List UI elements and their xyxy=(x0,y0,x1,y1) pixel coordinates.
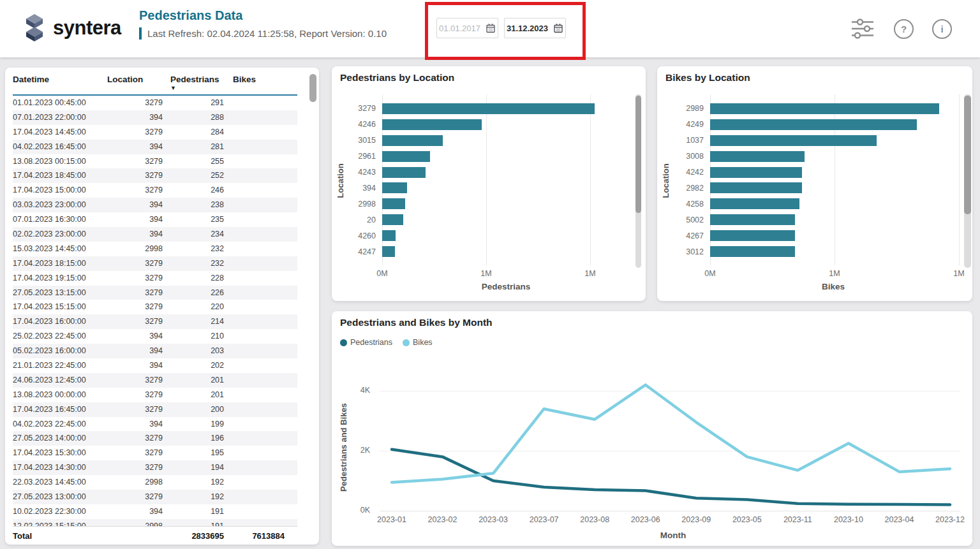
bar[interactable] xyxy=(710,135,877,146)
table-cell: 10.02.2023 22:30:00 xyxy=(13,504,107,519)
bar-row: 4260 xyxy=(340,228,396,244)
table-cell: 3279 xyxy=(107,402,170,417)
bar[interactable] xyxy=(382,182,407,193)
legend-dot xyxy=(340,339,347,346)
bar[interactable] xyxy=(710,151,805,162)
table-row[interactable]: 17.04.2023 16:00:003279214 xyxy=(13,314,297,329)
table-cell xyxy=(233,314,297,329)
chart-scrollbar-thumb[interactable] xyxy=(635,96,641,213)
bar[interactable] xyxy=(382,135,443,146)
bar[interactable] xyxy=(382,167,426,178)
table-row[interactable]: 17.04.2023 19:15:003279228 xyxy=(13,271,297,286)
legend-item-pedestrians[interactable]: Pedestrians xyxy=(340,338,392,347)
table-row[interactable]: 17.04.2023 14:45:003279284 xyxy=(13,125,297,140)
table-row[interactable]: 07.01.2023 22:00:00394288 xyxy=(13,110,297,125)
table-row[interactable]: 05.02.2023 16:00:00394203 xyxy=(13,344,297,358)
table-cell xyxy=(233,460,297,475)
x-tick-label: 1M xyxy=(577,269,603,278)
table-row[interactable]: 13.08.2023 00:00:003279201 xyxy=(13,388,297,402)
table-cell: 3279 xyxy=(107,256,170,271)
table-row[interactable]: 13.08.2023 00:15:003279255 xyxy=(13,154,297,169)
series-line-pedestrians[interactable] xyxy=(392,450,950,505)
table-scrollbar-thumb[interactable] xyxy=(309,74,316,102)
chart-scrollbar-thumb[interactable] xyxy=(964,96,971,214)
table-cell: 394 xyxy=(107,417,170,432)
bar[interactable] xyxy=(710,167,802,178)
table-row[interactable]: 17.04.2023 18:45:003279252 xyxy=(13,168,297,183)
bar[interactable] xyxy=(710,119,917,130)
info-icon[interactable]: i xyxy=(932,19,952,39)
table-row[interactable]: 17.04.2023 18:15:003279232 xyxy=(13,256,297,271)
table-row[interactable]: 17.04.2023 15:30:003279195 xyxy=(13,446,297,460)
table-row[interactable]: 21.01.2023 22:45:00394202 xyxy=(13,358,297,373)
table-row[interactable]: 03.03.2023 23:00:00394238 xyxy=(13,198,297,212)
table-row[interactable]: 15.03.2023 14:45:002998232 xyxy=(13,242,297,256)
table-row[interactable]: 27.05.2023 14:00:003279196 xyxy=(13,431,297,446)
legend-item-bikes[interactable]: Bikes xyxy=(403,338,433,347)
table-cell: 394 xyxy=(107,344,170,358)
table-row[interactable]: 17.04.2023 14:30:003279194 xyxy=(13,460,297,475)
bar[interactable] xyxy=(382,119,482,130)
table-row[interactable]: 07.01.2023 16:30:00394235 xyxy=(13,212,297,227)
bar-row: 3012 xyxy=(665,244,795,260)
table-row[interactable]: 10.02.2023 22:30:00394191 xyxy=(13,504,297,519)
table-row[interactable]: 02.02.2023 23:00:00394234 xyxy=(13,227,297,242)
help-icon[interactable]: ? xyxy=(894,19,914,39)
column-header-datetime[interactable]: Datetime xyxy=(13,75,107,96)
table-row[interactable]: 25.02.2023 22:45:00394210 xyxy=(13,329,297,344)
table-cell: 3279 xyxy=(107,300,170,314)
refresh-subtitle: Last Refresh: 02.04.2024 11:25:58, Repor… xyxy=(139,27,387,40)
table-cell: 03.03.2023 23:00:00 xyxy=(13,198,107,212)
column-header-bikes[interactable]: Bikes xyxy=(233,75,319,96)
table-row[interactable]: 17.04.2023 16:45:003279200 xyxy=(13,402,297,417)
legend-label: Pedestrians xyxy=(350,338,392,347)
bar[interactable] xyxy=(382,151,430,162)
bar[interactable] xyxy=(710,198,799,209)
table-row[interactable]: 04.02.2023 22:45:00394199 xyxy=(13,417,297,432)
table-cell: 232 xyxy=(170,256,233,271)
bar[interactable] xyxy=(710,214,795,225)
category-label: 20 xyxy=(340,216,376,224)
bar[interactable] xyxy=(710,182,802,193)
table-row[interactable]: 27.05.2023 13:15:003279226 xyxy=(13,286,297,300)
bar-row: 2961 xyxy=(340,149,430,165)
x-axis-title: Bikes xyxy=(712,282,954,291)
bar-row: 1037 xyxy=(665,133,877,149)
column-header-location[interactable]: Location xyxy=(107,75,170,96)
bar[interactable] xyxy=(382,214,403,225)
filter-sliders-icon[interactable] xyxy=(850,18,875,39)
table-cell: 191 xyxy=(170,504,233,519)
column-header-pedestrians[interactable]: Pedestrians ▼ xyxy=(170,75,233,96)
bar[interactable] xyxy=(382,198,405,209)
table-row[interactable]: 27.05.2023 13:00:003279192 xyxy=(13,490,297,504)
table-row[interactable]: 01.01.2023 00:45:003279291 xyxy=(13,96,297,110)
data-table-card: Datetime Location Pedestrians ▼ Bikes 01… xyxy=(5,68,319,545)
table-cell: 394 xyxy=(107,504,170,519)
bar[interactable] xyxy=(710,246,795,257)
bar[interactable] xyxy=(710,230,795,241)
table-row[interactable]: 04.02.2023 16:45:00394281 xyxy=(13,140,297,154)
table-cell: 3279 xyxy=(107,388,170,402)
table-cell: 394 xyxy=(107,227,170,242)
table-cell: 07.01.2023 16:30:00 xyxy=(13,212,107,227)
bar[interactable] xyxy=(382,103,595,114)
table-row[interactable]: 24.06.2023 12:45:003279201 xyxy=(13,373,297,388)
category-label: 2961 xyxy=(340,152,376,161)
table-cell: 02.02.2023 23:00:00 xyxy=(13,227,107,242)
bar[interactable] xyxy=(710,103,939,114)
bar[interactable] xyxy=(382,230,396,241)
dashboard-page: syntera Pedestrians Data Last Refresh: 0… xyxy=(0,0,980,549)
table-row[interactable]: 22.03.2023 14:45:002998192 xyxy=(13,475,297,490)
series-line-bikes[interactable] xyxy=(392,385,950,483)
table-row[interactable]: 17.04.2023 15:15:003279220 xyxy=(13,300,297,314)
x-axis-title: Pedestrians xyxy=(402,282,610,291)
table-cell: 3279 xyxy=(107,96,170,110)
table-cell: 3279 xyxy=(107,183,170,198)
table-cell xyxy=(233,256,297,271)
category-label: 4267 xyxy=(665,231,704,240)
table-cell: 232 xyxy=(170,242,233,256)
bar[interactable] xyxy=(382,246,395,257)
table-row[interactable]: 17.04.2023 15:00:003279246 xyxy=(13,183,297,198)
table-cell: 05.02.2023 16:00:00 xyxy=(13,344,107,358)
table-total-row: Total 2833695 7613884 xyxy=(13,526,297,545)
